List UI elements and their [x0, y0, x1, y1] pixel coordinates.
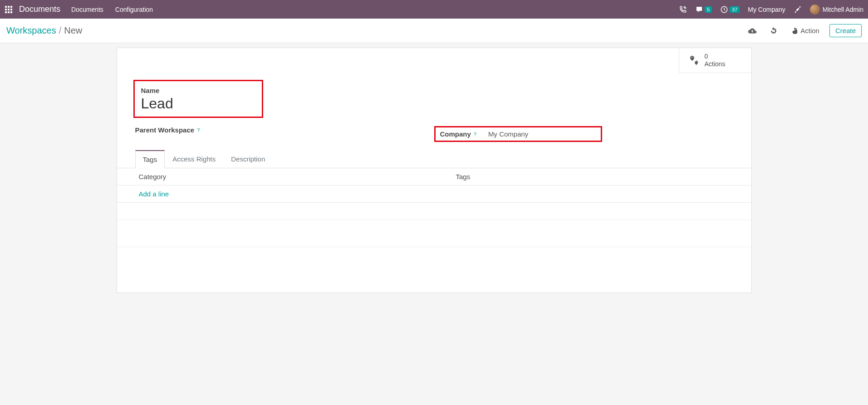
stat-actions[interactable]: 0 Actions	[679, 48, 751, 73]
col-tags[interactable]: Tags	[434, 168, 751, 185]
company-field-highlight: Company ? My Company	[434, 126, 602, 142]
table-row	[117, 247, 751, 274]
add-line-button[interactable]: Add a line	[139, 190, 169, 198]
name-field-highlight: Name Lead	[133, 80, 263, 118]
activities-badge: 37	[730, 6, 740, 13]
apps-icon[interactable]	[5, 5, 13, 14]
top-navbar: Documents Documents Configuration 5 37 M…	[0, 0, 868, 19]
tabs: Tags Access Rights Description	[117, 150, 751, 168]
breadcrumb-sep: /	[59, 25, 62, 36]
nav-documents[interactable]: Documents	[71, 6, 103, 13]
app-title: Documents	[19, 5, 60, 14]
company-switcher[interactable]: My Company	[748, 6, 785, 13]
company-label: Company	[440, 130, 471, 138]
avatar	[810, 5, 820, 15]
phone-icon[interactable]	[679, 5, 687, 14]
name-label: Name	[141, 87, 255, 94]
debug-icon[interactable]	[794, 5, 802, 14]
breadcrumb: Workspaces / New	[6, 25, 82, 36]
action-dropdown[interactable]: Action	[791, 27, 819, 34]
activities-icon[interactable]: 37	[720, 5, 740, 14]
create-button[interactable]: Create	[829, 24, 862, 37]
control-panel: Workspaces / New Action Create	[0, 19, 868, 43]
user-menu[interactable]: Mitchell Admin	[810, 5, 863, 15]
parent-workspace-row: Parent Workspace ?	[135, 126, 434, 134]
nav-configuration[interactable]: Configuration	[115, 6, 153, 13]
parent-workspace-label: Parent Workspace	[135, 126, 195, 134]
breadcrumb-parent[interactable]: Workspaces	[6, 25, 56, 36]
help-icon[interactable]: ?	[197, 127, 200, 133]
messages-badge: 5	[705, 6, 712, 13]
tags-table: Category Tags Add a line	[117, 168, 751, 274]
tab-access-rights[interactable]: Access Rights	[165, 150, 223, 168]
stat-label: Actions	[705, 60, 726, 68]
company-input[interactable]: My Company	[488, 130, 528, 138]
cloud-upload-icon[interactable]	[748, 26, 757, 35]
tab-description[interactable]: Description	[223, 150, 273, 168]
help-icon[interactable]: ?	[474, 132, 476, 137]
gears-icon	[687, 54, 700, 67]
user-name: Mitchell Admin	[823, 6, 863, 13]
col-category[interactable]: Category	[117, 168, 434, 185]
name-input[interactable]: Lead	[141, 95, 255, 112]
action-label: Action	[800, 27, 819, 34]
breadcrumb-current: New	[64, 25, 82, 36]
messages-icon[interactable]: 5	[695, 5, 712, 14]
table-row	[117, 203, 751, 220]
stat-count: 0	[705, 53, 726, 60]
table-row	[117, 220, 751, 247]
undo-icon[interactable]	[770, 27, 778, 35]
form-sheet: 0 Actions Name Lead Parent Workspace ?	[117, 48, 752, 293]
tab-tags[interactable]: Tags	[135, 150, 165, 168]
table-row: Add a line	[117, 185, 751, 203]
